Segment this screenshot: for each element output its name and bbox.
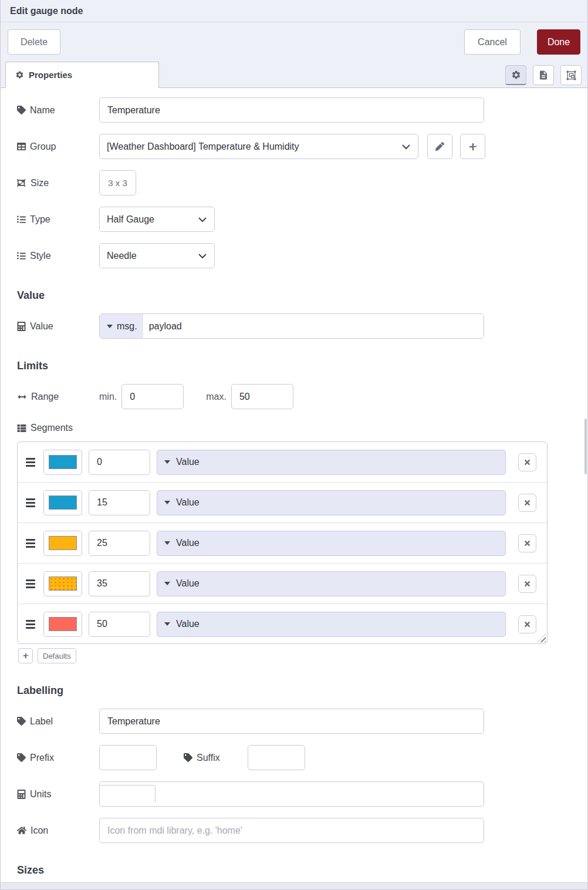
segment-color-button[interactable] bbox=[43, 612, 82, 637]
sizes-partial-input[interactable] bbox=[99, 785, 156, 803]
group-select-value: [Weather Dashboard] Temperature & Humidi… bbox=[107, 141, 397, 152]
remove-segment-button[interactable] bbox=[518, 615, 536, 633]
segment-value-input[interactable] bbox=[89, 490, 150, 515]
name-label: Name bbox=[17, 105, 99, 116]
suffix-label: Suffix bbox=[184, 753, 220, 763]
type-select[interactable]: Half Gauge bbox=[99, 207, 215, 232]
description-button[interactable] bbox=[533, 65, 554, 85]
section-labelling-heading: Labelling bbox=[17, 685, 587, 697]
style-select[interactable]: Needle bbox=[99, 243, 215, 268]
suffix-input[interactable] bbox=[248, 745, 305, 770]
done-button[interactable]: Done bbox=[537, 29, 580, 55]
group-row: Group [Weather Dashboard] Temperature & … bbox=[17, 134, 587, 159]
type-label: Type bbox=[17, 214, 99, 225]
label-input[interactable] bbox=[99, 709, 484, 734]
segment-type-select[interactable]: Value bbox=[157, 612, 506, 637]
appearance-frame-icon bbox=[566, 70, 577, 81]
calculator-icon bbox=[17, 790, 26, 799]
gear-icon bbox=[511, 70, 521, 80]
remove-segment-button[interactable] bbox=[518, 575, 536, 593]
add-segment-button[interactable] bbox=[18, 648, 33, 663]
list-icon bbox=[17, 251, 26, 260]
remove-segment-button[interactable] bbox=[518, 534, 536, 552]
caret-down-icon bbox=[164, 501, 170, 504]
value-input[interactable] bbox=[143, 314, 484, 338]
section-sizes-heading: Sizes bbox=[17, 864, 587, 876]
caret-down-icon bbox=[164, 582, 170, 585]
chevron-down-icon bbox=[198, 215, 207, 224]
value-typed-input: msg. bbox=[99, 313, 484, 339]
style-row: Style Needle bbox=[17, 243, 587, 268]
icon-input[interactable] bbox=[99, 818, 484, 843]
group-select[interactable]: [Weather Dashboard] Temperature & Humidi… bbox=[99, 134, 418, 159]
home-icon bbox=[17, 826, 26, 835]
close-icon bbox=[524, 580, 530, 588]
units-input[interactable] bbox=[99, 781, 484, 807]
edit-group-button[interactable] bbox=[427, 134, 452, 159]
segment-value-input[interactable] bbox=[89, 531, 150, 556]
range-min-input[interactable] bbox=[121, 384, 184, 409]
add-group-button[interactable] bbox=[460, 134, 485, 159]
segment-type-select[interactable]: Value bbox=[157, 531, 506, 556]
segment-type-label: Value bbox=[176, 457, 200, 467]
segment-value-input[interactable] bbox=[89, 450, 150, 475]
range-label: Range bbox=[17, 392, 99, 402]
value-type-selector[interactable]: msg. bbox=[100, 314, 143, 338]
tab-properties-label: Properties bbox=[29, 70, 72, 80]
segment-value-input[interactable] bbox=[89, 571, 150, 596]
dialog-title: Edit gauge node bbox=[10, 6, 83, 16]
segment-color-button[interactable] bbox=[43, 571, 82, 596]
name-input[interactable] bbox=[99, 97, 484, 123]
size-button[interactable]: 3 x 3 bbox=[99, 170, 136, 195]
type-row: Type Half Gauge bbox=[17, 207, 587, 232]
tab-icon-buttons bbox=[505, 65, 582, 85]
drag-handle-icon[interactable] bbox=[26, 456, 35, 468]
table-icon bbox=[17, 142, 26, 151]
segment-type-select[interactable]: Value bbox=[157, 571, 506, 596]
defaults-button[interactable]: Defaults bbox=[38, 648, 76, 663]
gear-icon bbox=[15, 70, 24, 79]
range-min-label: min. bbox=[99, 392, 117, 402]
tab-properties[interactable]: Properties bbox=[5, 62, 159, 88]
segment-type-select[interactable]: Value bbox=[157, 450, 506, 475]
style-select-value: Needle bbox=[107, 251, 193, 261]
segments-label: Segments bbox=[17, 420, 587, 436]
caret-down-icon bbox=[107, 325, 113, 328]
caret-down-icon bbox=[164, 541, 170, 545]
tab-bar: Properties bbox=[1, 62, 587, 88]
segments-list: Value Value bbox=[17, 441, 548, 644]
scrollbar-thumb[interactable] bbox=[584, 419, 587, 474]
segment-color-button[interactable] bbox=[43, 490, 82, 515]
properties-gear-button[interactable] bbox=[505, 65, 526, 85]
segment-row: Value bbox=[18, 604, 547, 644]
remove-segment-button[interactable] bbox=[518, 453, 536, 471]
delete-button[interactable]: Delete bbox=[8, 29, 60, 55]
drag-handle-icon[interactable] bbox=[26, 578, 35, 590]
segment-type-select[interactable]: Value bbox=[157, 490, 506, 515]
value-type-label: msg. bbox=[117, 321, 137, 332]
name-row: Name bbox=[17, 97, 587, 123]
appearance-button[interactable] bbox=[560, 65, 582, 85]
properties-panel: Name Group [Weather Dashboard] Temperatu… bbox=[1, 88, 587, 886]
icon-row: Icon bbox=[17, 818, 587, 843]
drag-handle-icon[interactable] bbox=[26, 537, 35, 549]
value-label: Value bbox=[17, 321, 99, 332]
close-icon bbox=[524, 621, 530, 628]
range-max-input[interactable] bbox=[231, 384, 293, 409]
segment-value-input[interactable] bbox=[89, 612, 150, 637]
segment-color-button[interactable] bbox=[43, 531, 82, 556]
drag-handle-icon[interactable] bbox=[26, 497, 35, 509]
segment-color-button[interactable] bbox=[43, 450, 82, 475]
cancel-button[interactable]: Cancel bbox=[464, 29, 521, 55]
close-icon bbox=[524, 540, 530, 547]
edit-gauge-node-dialog: Edit gauge node Delete Cancel Done Prope… bbox=[0, 0, 588, 890]
drag-handle-icon[interactable] bbox=[26, 618, 35, 631]
segment-color-swatch bbox=[49, 577, 77, 591]
remove-segment-button[interactable] bbox=[518, 494, 536, 512]
segment-type-label: Value bbox=[176, 538, 200, 548]
icon-label: Icon bbox=[17, 825, 99, 836]
type-select-value: Half Gauge bbox=[107, 214, 193, 225]
prefix-input[interactable] bbox=[99, 745, 157, 770]
caret-down-icon bbox=[164, 460, 170, 464]
close-icon bbox=[524, 499, 530, 507]
